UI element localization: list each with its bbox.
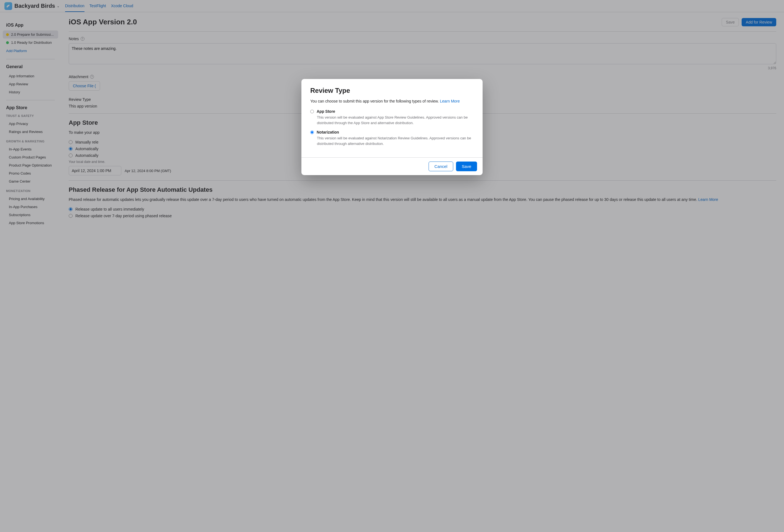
cancel-button[interactable]: Cancel	[428, 162, 453, 171]
review-type-modal: Review Type You can choose to submit thi…	[301, 79, 483, 175]
modal-option-appstore[interactable]: App Store This version will be evaluated…	[310, 109, 474, 125]
modal-option-label: App Store	[317, 109, 335, 114]
modal-option-label: Notarization	[317, 130, 339, 134]
save-button[interactable]: Save	[456, 162, 477, 171]
radio-input[interactable]	[310, 110, 314, 113]
modal-desc: You can choose to submit this app versio…	[310, 99, 474, 104]
modal-option-notarization[interactable]: Notarization This version will be evalua…	[310, 130, 474, 146]
modal-option-desc: This version will be evaluated against N…	[310, 136, 474, 146]
modal-title: Review Type	[310, 87, 474, 94]
modal-overlay: Review Type You can choose to submit thi…	[0, 0, 784, 232]
radio-input[interactable]	[310, 131, 314, 134]
learn-more-link[interactable]: Learn More	[440, 99, 460, 103]
modal-option-desc: This version will be evaluated against A…	[310, 115, 474, 125]
